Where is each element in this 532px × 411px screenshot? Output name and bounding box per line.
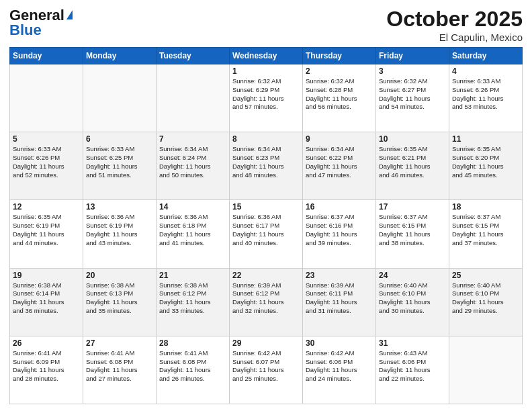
day-info: Sunrise: 6:41 AM Sunset: 6:08 PM Dayligh… xyxy=(159,349,226,383)
day-cell-3: 3Sunrise: 6:32 AM Sunset: 6:27 PM Daylig… xyxy=(376,64,449,132)
day-header-tuesday: Tuesday xyxy=(157,48,230,64)
day-info: Sunrise: 6:40 AM Sunset: 6:10 PM Dayligh… xyxy=(452,281,519,316)
day-info: Sunrise: 6:36 AM Sunset: 6:18 PM Dayligh… xyxy=(159,213,226,247)
day-cell-18: 18Sunrise: 6:37 AM Sunset: 6:15 PM Dayli… xyxy=(449,200,523,268)
empty-cell xyxy=(449,336,523,404)
calendar-header-row: SundayMondayTuesdayWednesdayThursdayFrid… xyxy=(10,48,523,64)
day-info: Sunrise: 6:35 AM Sunset: 6:19 PM Dayligh… xyxy=(13,213,80,247)
day-info: Sunrise: 6:34 AM Sunset: 6:22 PM Dayligh… xyxy=(306,145,373,179)
day-number: 27 xyxy=(86,338,153,348)
day-info: Sunrise: 6:41 AM Sunset: 6:09 PM Dayligh… xyxy=(13,349,80,383)
day-info: Sunrise: 6:38 AM Sunset: 6:13 PM Dayligh… xyxy=(86,281,153,316)
day-number: 17 xyxy=(379,202,446,212)
month-title: October 2025 xyxy=(386,7,523,32)
day-cell-21: 21Sunrise: 6:38 AM Sunset: 6:12 PM Dayli… xyxy=(157,268,230,336)
header: General Blue October 2025 El Capulin, Me… xyxy=(9,7,523,43)
day-number: 23 xyxy=(306,271,373,280)
day-cell-30: 30Sunrise: 6:42 AM Sunset: 6:06 PM Dayli… xyxy=(303,336,376,404)
day-cell-31: 31Sunrise: 6:43 AM Sunset: 6:06 PM Dayli… xyxy=(376,336,449,404)
day-cell-4: 4Sunrise: 6:33 AM Sunset: 6:26 PM Daylig… xyxy=(449,64,523,132)
day-cell-25: 25Sunrise: 6:40 AM Sunset: 6:10 PM Dayli… xyxy=(449,268,523,336)
day-info: Sunrise: 6:37 AM Sunset: 6:16 PM Dayligh… xyxy=(306,213,373,247)
day-cell-14: 14Sunrise: 6:36 AM Sunset: 6:18 PM Dayli… xyxy=(157,200,230,268)
day-cell-29: 29Sunrise: 6:42 AM Sunset: 6:07 PM Dayli… xyxy=(230,336,303,404)
day-info: Sunrise: 6:32 AM Sunset: 6:28 PM Dayligh… xyxy=(306,77,373,111)
day-info: Sunrise: 6:41 AM Sunset: 6:08 PM Dayligh… xyxy=(86,349,153,383)
day-header-monday: Monday xyxy=(83,48,157,64)
day-info: Sunrise: 6:38 AM Sunset: 6:12 PM Dayligh… xyxy=(159,281,226,316)
day-cell-19: 19Sunrise: 6:38 AM Sunset: 6:14 PM Dayli… xyxy=(10,268,83,336)
day-info: Sunrise: 6:37 AM Sunset: 6:15 PM Dayligh… xyxy=(452,213,519,247)
day-cell-27: 27Sunrise: 6:41 AM Sunset: 6:08 PM Dayli… xyxy=(83,336,157,404)
day-number: 4 xyxy=(452,66,519,76)
day-info: Sunrise: 6:36 AM Sunset: 6:19 PM Dayligh… xyxy=(86,213,153,247)
empty-cell xyxy=(157,64,230,132)
day-number: 15 xyxy=(232,202,300,212)
day-number: 6 xyxy=(86,134,153,144)
day-number: 7 xyxy=(159,134,226,144)
day-info: Sunrise: 6:37 AM Sunset: 6:15 PM Dayligh… xyxy=(379,213,446,247)
day-cell-9: 9Sunrise: 6:34 AM Sunset: 6:22 PM Daylig… xyxy=(303,132,376,200)
day-info: Sunrise: 6:33 AM Sunset: 6:26 PM Dayligh… xyxy=(452,77,519,111)
day-number: 26 xyxy=(13,338,80,348)
day-number: 29 xyxy=(232,338,300,348)
day-info: Sunrise: 6:38 AM Sunset: 6:14 PM Dayligh… xyxy=(13,281,80,316)
day-number: 22 xyxy=(232,271,300,280)
day-info: Sunrise: 6:40 AM Sunset: 6:10 PM Dayligh… xyxy=(379,281,446,316)
day-info: Sunrise: 6:32 AM Sunset: 6:27 PM Dayligh… xyxy=(379,77,446,111)
day-number: 2 xyxy=(306,66,373,76)
day-info: Sunrise: 6:35 AM Sunset: 6:20 PM Dayligh… xyxy=(452,145,519,179)
week-row-1: 1Sunrise: 6:32 AM Sunset: 6:29 PM Daylig… xyxy=(10,64,523,132)
day-cell-16: 16Sunrise: 6:37 AM Sunset: 6:16 PM Dayli… xyxy=(303,200,376,268)
day-cell-20: 20Sunrise: 6:38 AM Sunset: 6:13 PM Dayli… xyxy=(83,268,157,336)
day-number: 14 xyxy=(159,202,226,212)
day-info: Sunrise: 6:34 AM Sunset: 6:24 PM Dayligh… xyxy=(159,145,226,179)
day-cell-23: 23Sunrise: 6:39 AM Sunset: 6:11 PM Dayli… xyxy=(303,268,376,336)
day-info: Sunrise: 6:39 AM Sunset: 6:12 PM Dayligh… xyxy=(232,281,300,316)
day-number: 28 xyxy=(159,338,226,348)
day-number: 1 xyxy=(232,66,300,76)
day-info: Sunrise: 6:43 AM Sunset: 6:06 PM Dayligh… xyxy=(379,349,446,383)
day-info: Sunrise: 6:33 AM Sunset: 6:25 PM Dayligh… xyxy=(86,145,153,179)
day-cell-24: 24Sunrise: 6:40 AM Sunset: 6:10 PM Dayli… xyxy=(376,268,449,336)
day-number: 19 xyxy=(13,271,80,280)
day-number: 18 xyxy=(452,202,519,212)
day-cell-22: 22Sunrise: 6:39 AM Sunset: 6:12 PM Dayli… xyxy=(230,268,303,336)
logo-blue: Blue xyxy=(9,21,42,39)
title-block: October 2025 El Capulin, Mexico xyxy=(386,7,523,43)
day-cell-15: 15Sunrise: 6:36 AM Sunset: 6:17 PM Dayli… xyxy=(230,200,303,268)
day-header-sunday: Sunday xyxy=(10,48,83,64)
day-number: 16 xyxy=(306,202,373,212)
day-cell-11: 11Sunrise: 6:35 AM Sunset: 6:20 PM Dayli… xyxy=(449,132,523,200)
day-cell-10: 10Sunrise: 6:35 AM Sunset: 6:21 PM Dayli… xyxy=(376,132,449,200)
day-cell-17: 17Sunrise: 6:37 AM Sunset: 6:15 PM Dayli… xyxy=(376,200,449,268)
day-cell-2: 2Sunrise: 6:32 AM Sunset: 6:28 PM Daylig… xyxy=(303,64,376,132)
day-info: Sunrise: 6:35 AM Sunset: 6:21 PM Dayligh… xyxy=(379,145,446,179)
day-number: 12 xyxy=(13,202,80,212)
day-header-wednesday: Wednesday xyxy=(230,48,303,64)
day-number: 21 xyxy=(159,271,226,280)
day-cell-8: 8Sunrise: 6:34 AM Sunset: 6:23 PM Daylig… xyxy=(230,132,303,200)
day-header-friday: Friday xyxy=(376,48,449,64)
empty-cell xyxy=(10,64,83,132)
location: El Capulin, Mexico xyxy=(386,32,523,43)
day-info: Sunrise: 6:36 AM Sunset: 6:17 PM Dayligh… xyxy=(232,213,300,247)
day-cell-13: 13Sunrise: 6:36 AM Sunset: 6:19 PM Dayli… xyxy=(83,200,157,268)
week-row-2: 5Sunrise: 6:33 AM Sunset: 6:26 PM Daylig… xyxy=(10,132,523,200)
day-number: 8 xyxy=(232,134,300,144)
empty-cell xyxy=(83,64,157,132)
day-number: 31 xyxy=(379,338,446,348)
day-info: Sunrise: 6:42 AM Sunset: 6:06 PM Dayligh… xyxy=(306,349,373,383)
logo: General Blue xyxy=(9,7,73,39)
day-cell-6: 6Sunrise: 6:33 AM Sunset: 6:25 PM Daylig… xyxy=(83,132,157,200)
day-header-saturday: Saturday xyxy=(449,48,523,64)
day-info: Sunrise: 6:34 AM Sunset: 6:23 PM Dayligh… xyxy=(232,145,300,179)
day-number: 20 xyxy=(86,271,153,280)
day-number: 9 xyxy=(306,134,373,144)
week-row-5: 26Sunrise: 6:41 AM Sunset: 6:09 PM Dayli… xyxy=(10,336,523,404)
page: General Blue October 2025 El Capulin, Me… xyxy=(0,0,532,411)
day-number: 3 xyxy=(379,66,446,76)
day-cell-7: 7Sunrise: 6:34 AM Sunset: 6:24 PM Daylig… xyxy=(157,132,230,200)
day-cell-28: 28Sunrise: 6:41 AM Sunset: 6:08 PM Dayli… xyxy=(157,336,230,404)
day-number: 13 xyxy=(86,202,153,212)
